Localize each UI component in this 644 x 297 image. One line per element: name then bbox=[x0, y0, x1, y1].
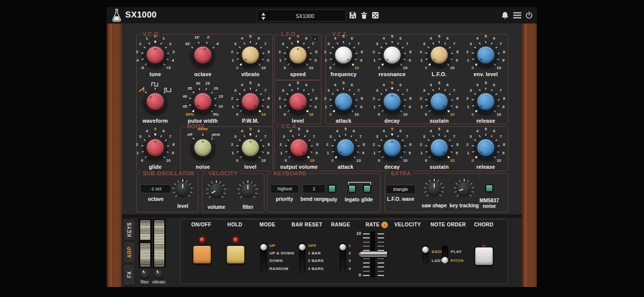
knob-scale-label: 2 bbox=[367, 142, 381, 147]
fader-tick bbox=[363, 258, 370, 259]
knob-label: tune bbox=[128, 71, 183, 77]
knob-scale-label: 1 bbox=[226, 151, 240, 155]
speed-sync-icon[interactable]: ♪ bbox=[311, 35, 318, 42]
switch-velocity[interactable] bbox=[422, 245, 429, 264]
knob-cap bbox=[431, 93, 448, 110]
fader-tick bbox=[363, 233, 370, 234]
knob-frequency[interactable]: 012345678910frequency bbox=[316, 33, 371, 79]
knob-label: attack bbox=[316, 118, 371, 124]
dice-icon[interactable] bbox=[372, 12, 380, 20]
toggle-poly[interactable] bbox=[329, 185, 336, 192]
knob-scale-label: 6 bbox=[157, 129, 171, 133]
dropdown-priority[interactable]: highest bbox=[270, 184, 299, 193]
vibrato-wheel[interactable] bbox=[153, 219, 166, 268]
pulse-wave-icon[interactable] bbox=[164, 86, 172, 92]
switch-handle[interactable] bbox=[340, 244, 346, 250]
knob-scale-label: 2 bbox=[273, 142, 287, 147]
knob-tick bbox=[238, 192, 240, 194]
preset-down-arrow[interactable] bbox=[261, 17, 265, 20]
menu-icon[interactable] bbox=[513, 12, 521, 20]
knob-noise-level[interactable]: 012345678910level bbox=[223, 126, 278, 172]
knob-scale-label: 10 bbox=[398, 66, 412, 70]
knob-wheel-vibrato-knob[interactable] bbox=[154, 269, 163, 278]
knob-scale-label: 3 bbox=[370, 42, 384, 46]
arp-hold-button[interactable] bbox=[226, 245, 245, 264]
knob-pwm[interactable]: 012345678910P.W.M. bbox=[223, 80, 278, 126]
knob-noise-type[interactable]: offwhitepinknoise bbox=[175, 126, 230, 172]
knob-tick bbox=[222, 196, 224, 198]
knob-tick bbox=[224, 188, 226, 189]
switch-note-order[interactable] bbox=[442, 245, 448, 264]
toggle-mm5837[interactable] bbox=[486, 185, 493, 192]
tab-arp[interactable]: ARP bbox=[123, 241, 135, 263]
knob-vcf-release[interactable]: 012345678910release bbox=[458, 80, 513, 126]
knob-vel-filter[interactable]: filter bbox=[230, 176, 265, 221]
knob-scale-label: 2 bbox=[133, 42, 147, 46]
knob-scale-label: 2 bbox=[272, 50, 286, 54]
synth-plugin-window: SX1000 SX1000 bbox=[107, 7, 537, 287]
preset-selector[interactable]: SX1000 bbox=[257, 10, 346, 22]
switch-handle[interactable] bbox=[422, 246, 429, 253]
knob-vel-volume[interactable]: volume bbox=[199, 176, 234, 221]
knob-scale-label: 1 bbox=[226, 105, 240, 109]
fader-tick bbox=[363, 271, 370, 272]
knob-octave[interactable]: 32'16'8'4'octave bbox=[175, 33, 230, 79]
knob-scale-label: 0 bbox=[372, 112, 386, 117]
switch-range[interactable] bbox=[340, 243, 346, 275]
knob-scale-label: 0 bbox=[278, 66, 292, 70]
knob-scale-label: 1 bbox=[415, 151, 429, 155]
knob-scale-label: 0 bbox=[419, 66, 433, 70]
knob-waveform[interactable]: waveform bbox=[128, 80, 183, 126]
filter-wheel[interactable] bbox=[139, 219, 152, 268]
knob-label: glide bbox=[128, 164, 183, 170]
knob-scale-label: 6 bbox=[345, 83, 359, 87]
knob-scale-label: 9 bbox=[496, 105, 510, 109]
arp-onoff-button[interactable] bbox=[193, 245, 211, 264]
trash-icon[interactable] bbox=[361, 12, 369, 20]
power-icon[interactable] bbox=[525, 12, 533, 20]
knob-scale-label: 0 bbox=[324, 112, 338, 117]
knob-glide[interactable]: 012345678910glide bbox=[128, 126, 183, 172]
switch-option: 2 BARS bbox=[308, 258, 343, 263]
bell-icon[interactable] bbox=[501, 12, 509, 20]
knob-key-tracking[interactable]: key tracking bbox=[447, 175, 482, 220]
square-wave-icon[interactable] bbox=[151, 80, 159, 86]
fader-tick bbox=[363, 237, 370, 238]
knob-scale-label: 45 bbox=[178, 104, 192, 109]
tab-fx[interactable]: FX bbox=[123, 264, 135, 285]
knob-value-dot bbox=[154, 133, 156, 135]
saw-wave-icon[interactable] bbox=[138, 86, 146, 92]
switch-mode[interactable] bbox=[260, 243, 267, 275]
knob-pointer bbox=[157, 270, 159, 273]
switch-option: OFF bbox=[308, 243, 343, 248]
knob-vibrato[interactable]: 012345678910vibrato bbox=[223, 33, 278, 79]
knob-pointer bbox=[245, 59, 247, 61]
dropdown-bend-range[interactable]: 2 bbox=[302, 184, 326, 193]
switch-handle[interactable] bbox=[260, 244, 267, 250]
knob-tick bbox=[467, 179, 469, 182]
switch-handle[interactable] bbox=[442, 257, 448, 263]
knob-vca-release[interactable]: 012345678910release bbox=[458, 126, 513, 172]
knob-pulse-width[interactable]: 50%45403530252015105%pulse width bbox=[175, 80, 230, 126]
dropdown-sub-octave[interactable]: -1 oct bbox=[140, 184, 171, 193]
knob-tune[interactable]: -5432101234+5tune bbox=[128, 33, 183, 79]
knob-scale-label: 3 bbox=[370, 134, 384, 139]
knob-tick bbox=[247, 180, 248, 183]
switch-handle[interactable] bbox=[299, 244, 305, 250]
fader-tick bbox=[378, 237, 384, 238]
preset-up-arrow[interactable] bbox=[261, 13, 265, 16]
knob-tick bbox=[434, 179, 434, 181]
switch-bar-reset[interactable] bbox=[299, 243, 305, 275]
knob-env-level[interactable]: 012345678910env. level bbox=[458, 33, 513, 79]
dropdown-lfo-wave[interactable]: triangle bbox=[386, 185, 416, 194]
knob-tick bbox=[222, 184, 225, 186]
knob-cap bbox=[242, 93, 259, 110]
knob-value-dot bbox=[382, 64, 384, 66]
save-icon[interactable] bbox=[349, 12, 357, 20]
toggle-legato[interactable] bbox=[349, 185, 356, 192]
tab-keys[interactable]: KEYS bbox=[123, 219, 135, 240]
knob-wheel-filter-knob[interactable] bbox=[140, 269, 149, 278]
rate-fader-handle[interactable] bbox=[360, 251, 388, 257]
knob-vcf-attack[interactable]: 012345678910attack bbox=[316, 80, 371, 126]
toggle-kb-glide[interactable] bbox=[364, 185, 371, 192]
